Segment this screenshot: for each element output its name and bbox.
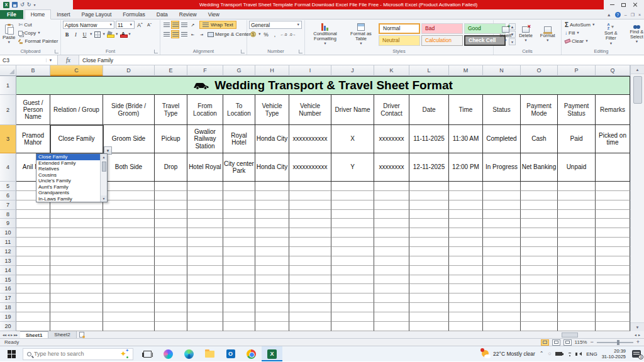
cell-I7[interactable] bbox=[289, 200, 331, 210]
ribbon-tab-page-layout[interactable]: Page Layout bbox=[76, 10, 118, 19]
dropdown-scrollbar[interactable]: ▲ ▼ bbox=[100, 154, 107, 202]
cell-P10[interactable] bbox=[558, 228, 596, 238]
ribbon-tab-file[interactable]: File bbox=[0, 10, 23, 19]
qat-customize-icon[interactable]: ▾ bbox=[33, 3, 35, 7]
paste-button[interactable]: Paste ▼ bbox=[3, 21, 15, 48]
number-dialog-launcher[interactable] bbox=[299, 50, 303, 53]
task-view-button[interactable] bbox=[137, 346, 158, 361]
cell-J6[interactable] bbox=[331, 191, 374, 200]
row-header-17[interactable]: 17 bbox=[0, 293, 16, 303]
cell-Q5[interactable] bbox=[596, 182, 630, 191]
cell-G9[interactable] bbox=[223, 219, 255, 228]
taskbar-clock[interactable]: 20:39 31-10-2025 bbox=[602, 348, 626, 360]
cell-C15[interactable] bbox=[50, 275, 103, 285]
cell-E9[interactable] bbox=[155, 219, 187, 228]
cell-L11[interactable] bbox=[409, 238, 449, 247]
italic-button[interactable]: I bbox=[72, 30, 80, 38]
scroll-down-icon[interactable]: ▼ bbox=[631, 322, 644, 331]
cell-J17[interactable] bbox=[331, 293, 374, 303]
cell-K17[interactable] bbox=[374, 293, 409, 303]
notification-center-button[interactable]: 3 bbox=[632, 350, 641, 358]
ribbon-tab-insert[interactable]: Insert bbox=[51, 10, 75, 19]
cell-N9[interactable] bbox=[483, 219, 521, 228]
search-input[interactable] bbox=[34, 351, 116, 357]
cell-Q12[interactable] bbox=[596, 247, 630, 256]
font-dialog-launcher[interactable] bbox=[154, 50, 158, 53]
cell-G18[interactable] bbox=[223, 303, 255, 312]
cell-G20[interactable] bbox=[223, 322, 255, 331]
normal-view-button[interactable] bbox=[541, 339, 549, 346]
insert-cells-button[interactable]: Insert▼ bbox=[497, 21, 513, 48]
dropdown-option-close-family[interactable]: Close Family bbox=[36, 154, 100, 160]
dropdown-option-cousins[interactable]: Cousins bbox=[36, 172, 100, 178]
cell-E11[interactable] bbox=[155, 238, 187, 247]
percent-style-button[interactable]: % bbox=[262, 30, 270, 38]
cell-E20[interactable] bbox=[155, 322, 187, 331]
cell-E14[interactable] bbox=[155, 266, 187, 275]
cell-O11[interactable] bbox=[521, 238, 558, 247]
cell-O18[interactable] bbox=[521, 303, 558, 312]
cell-P12[interactable] bbox=[558, 247, 596, 256]
cell-P20[interactable] bbox=[558, 322, 596, 331]
cell-L18[interactable] bbox=[409, 303, 449, 312]
hidden-icons-chevron[interactable]: ⌃ bbox=[540, 351, 544, 356]
cell-D4[interactable]: Both Side bbox=[103, 153, 155, 182]
cell-J14[interactable] bbox=[331, 266, 374, 275]
cell-F20[interactable] bbox=[187, 322, 223, 331]
cell-K9[interactable] bbox=[374, 219, 409, 228]
cell-B19[interactable] bbox=[16, 312, 50, 322]
cell-E16[interactable] bbox=[155, 284, 187, 293]
doc-minimize-icon[interactable]: – bbox=[625, 13, 627, 17]
column-header-D[interactable]: D bbox=[103, 65, 155, 76]
cell-M10[interactable] bbox=[449, 228, 483, 238]
column-header-K[interactable]: K bbox=[374, 65, 409, 76]
scroll-left-icon[interactable]: ◂ bbox=[635, 332, 636, 337]
column-header-L[interactable]: L bbox=[409, 65, 449, 76]
cell-I14[interactable] bbox=[289, 266, 331, 275]
orientation-button[interactable]: ↗ bbox=[189, 21, 197, 29]
cell-P18[interactable] bbox=[558, 303, 596, 312]
align-middle-button[interactable] bbox=[171, 21, 179, 29]
ribbon-tab-home[interactable]: Home bbox=[25, 9, 52, 19]
cell-G12[interactable] bbox=[223, 247, 255, 256]
format-as-table-button[interactable]: Format as Table ▼ bbox=[345, 23, 377, 46]
cell-Q20[interactable] bbox=[596, 322, 630, 331]
cell-O9[interactable] bbox=[521, 219, 558, 228]
vertical-scrollbar[interactable]: ▲ ▼ bbox=[630, 65, 644, 331]
cell-L6[interactable] bbox=[409, 191, 449, 200]
cell-J2[interactable]: Driver Name bbox=[331, 95, 374, 125]
cell-D7[interactable] bbox=[103, 200, 155, 210]
number-format-select[interactable]: General▼ bbox=[249, 21, 302, 29]
dropdown-option-relatives[interactable]: Relatives bbox=[36, 166, 100, 172]
cell-P2[interactable]: Payment Status bbox=[558, 95, 596, 125]
cell-K10[interactable] bbox=[374, 228, 409, 238]
cell-I10[interactable] bbox=[289, 228, 331, 238]
cell-I6[interactable] bbox=[289, 191, 331, 200]
cell-P14[interactable] bbox=[558, 266, 596, 275]
comma-style-button[interactable]: , bbox=[270, 30, 279, 38]
cell-H15[interactable] bbox=[255, 275, 289, 285]
doc-restore-icon[interactable]: ❐ bbox=[631, 13, 635, 17]
alignment-dialog-launcher[interactable] bbox=[241, 50, 245, 53]
cell-P5[interactable] bbox=[558, 182, 596, 191]
cell-K18[interactable] bbox=[374, 303, 409, 312]
cell-D8[interactable] bbox=[103, 210, 155, 219]
column-header-O[interactable]: O bbox=[521, 65, 558, 76]
find-select-button[interactable]: Find & Select ▼ bbox=[625, 21, 644, 48]
cell-K12[interactable] bbox=[374, 247, 409, 256]
cell-G10[interactable] bbox=[223, 228, 255, 238]
cell-L2[interactable]: Date bbox=[409, 95, 449, 125]
cell-B10[interactable] bbox=[16, 228, 50, 238]
dropdown-option-extended-family[interactable]: Extended Family bbox=[36, 160, 100, 167]
insert-worksheet-button[interactable] bbox=[77, 331, 87, 338]
cell-O19[interactable] bbox=[521, 312, 558, 322]
cell-D5[interactable] bbox=[103, 182, 155, 191]
row-header-2[interactable]: 2 bbox=[0, 95, 16, 125]
cell-O8[interactable] bbox=[521, 210, 558, 219]
tray-device-icon[interactable]: ◌ bbox=[548, 351, 552, 356]
cell-B2[interactable]: Guest / Person Name bbox=[16, 95, 50, 125]
cell-P11[interactable] bbox=[558, 238, 596, 247]
cell-I3[interactable]: xxxxxxxxxxx bbox=[289, 125, 331, 153]
cell-L8[interactable] bbox=[409, 210, 449, 219]
cell-O5[interactable] bbox=[521, 182, 558, 191]
